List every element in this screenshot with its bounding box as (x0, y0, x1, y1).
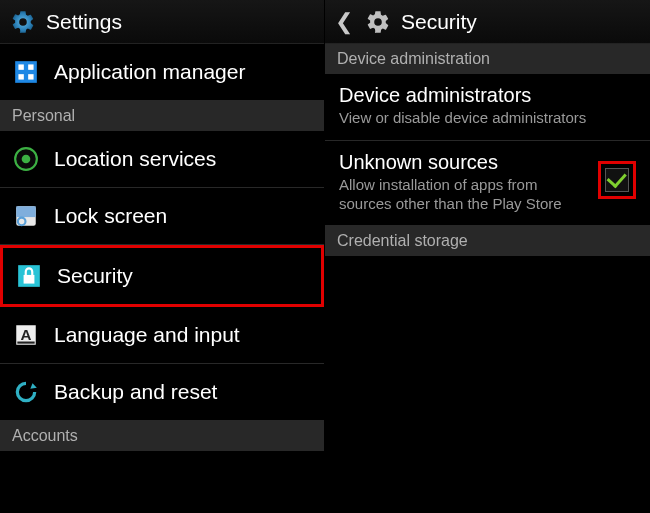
svg-rect-8 (16, 206, 36, 217)
item-label: Location services (54, 147, 216, 171)
settings-list: Application manager Personal Location se… (0, 44, 324, 513)
settings-header: Settings (0, 0, 324, 44)
item-security[interactable]: Security (0, 245, 324, 307)
section-device-admin: Device administration (325, 44, 650, 74)
item-device-administrators[interactable]: Device administrators View or disable de… (325, 74, 650, 141)
item-unknown-sources[interactable]: Unknown sources Allow installation of ap… (325, 141, 650, 227)
security-title: Security (401, 10, 477, 34)
language-icon: A (12, 321, 40, 349)
security-panel: ❮ Security Device administration Device … (325, 0, 650, 513)
setting-desc: Allow installation of apps from sources … (339, 176, 590, 214)
unknown-sources-checkbox[interactable] (605, 168, 629, 192)
svg-point-6 (22, 155, 31, 164)
location-icon (12, 145, 40, 173)
svg-rect-2 (28, 64, 33, 69)
unknown-sources-checkbox-highlight (598, 161, 636, 199)
item-label: Application manager (54, 60, 245, 84)
lock-icon (15, 262, 43, 290)
security-header: ❮ Security (325, 0, 650, 44)
security-list: Device administration Device administrat… (325, 44, 650, 513)
item-backup-reset[interactable]: Backup and reset (0, 364, 324, 421)
settings-panel: Settings Application manager Personal (0, 0, 325, 513)
setting-desc: View or disable device administrators (339, 109, 636, 128)
svg-text:A: A (21, 326, 32, 343)
gear-icon (10, 9, 36, 35)
setting-title: Device administrators (339, 84, 636, 107)
item-label: Backup and reset (54, 380, 217, 404)
item-lock-screen[interactable]: Lock screen (0, 188, 324, 245)
apps-icon (12, 58, 40, 86)
svg-rect-11 (24, 275, 35, 284)
item-label: Security (57, 264, 133, 288)
item-location-services[interactable]: Location services (0, 131, 324, 188)
item-language-input[interactable]: A Language and input (0, 307, 324, 364)
item-application-manager[interactable]: Application manager (0, 44, 324, 101)
section-credential-storage: Credential storage (325, 226, 650, 256)
section-personal: Personal (0, 101, 324, 131)
gear-icon (365, 9, 391, 35)
item-label: Language and input (54, 323, 240, 347)
svg-rect-14 (17, 342, 34, 344)
setting-title: Unknown sources (339, 151, 590, 174)
svg-rect-3 (18, 74, 23, 79)
backup-icon (12, 378, 40, 406)
item-label: Lock screen (54, 204, 167, 228)
back-icon[interactable]: ❮ (335, 9, 355, 35)
settings-title: Settings (46, 10, 122, 34)
svg-rect-1 (18, 64, 23, 69)
section-accounts: Accounts (0, 421, 324, 451)
svg-rect-4 (28, 74, 33, 79)
lockscreen-icon (12, 202, 40, 230)
